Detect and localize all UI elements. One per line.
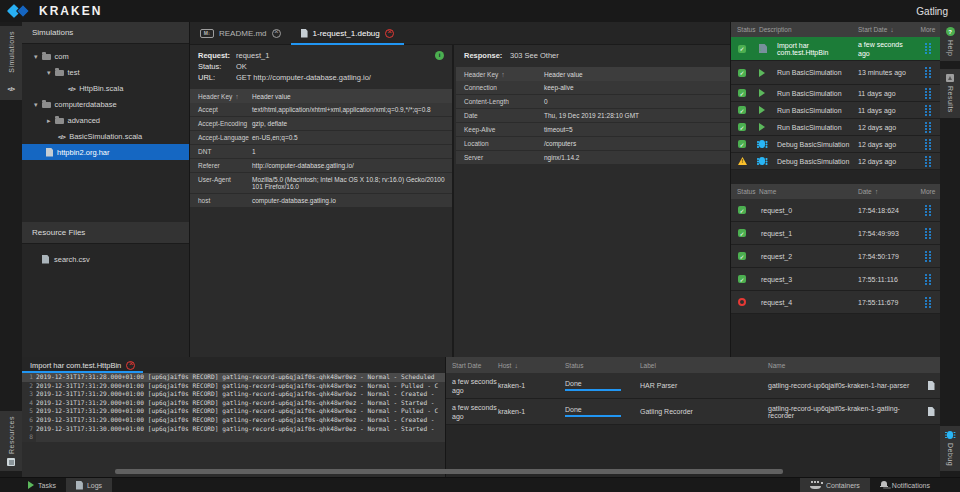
table-row[interactable]: User-AgentMozilla/5.0 (Macintosh; Intel … bbox=[190, 173, 452, 193]
description-column[interactable]: Description bbox=[759, 26, 858, 33]
table-row[interactable]: Servernginx/1.14.2 bbox=[456, 151, 730, 164]
more-menu-icon[interactable] bbox=[925, 105, 931, 116]
close-icon[interactable] bbox=[272, 29, 281, 38]
tree-item-computerdatabase[interactable]: computerdatabase bbox=[22, 96, 189, 112]
tree-item-test[interactable]: test bbox=[22, 64, 189, 80]
name-column[interactable]: Name bbox=[768, 362, 922, 369]
header-key-column[interactable]: Header Key bbox=[190, 93, 252, 100]
warning-status-icon bbox=[738, 157, 747, 165]
more-menu-icon[interactable] bbox=[925, 156, 931, 167]
tab-readme[interactable]: README.md bbox=[190, 22, 291, 44]
more-menu-icon[interactable] bbox=[925, 274, 931, 285]
statusbar-tab-tasks[interactable]: Tasks bbox=[18, 478, 66, 492]
tree-item-com[interactable]: com bbox=[22, 48, 189, 64]
rail-tab-simulations[interactable]: Simulations bbox=[0, 26, 22, 100]
table-row[interactable]: a few seconds ago kraken-1 Done Gatling … bbox=[446, 399, 940, 425]
table-row[interactable]: request_3 17:55:11:116 bbox=[731, 268, 940, 291]
table-row[interactable]: request_1 17:54:49:993 bbox=[731, 222, 940, 245]
more-menu-icon[interactable] bbox=[925, 122, 931, 133]
table-row[interactable]: Run BasicSimulation 11 days ago bbox=[731, 85, 940, 102]
success-status-icon bbox=[738, 89, 746, 97]
start-date-column[interactable]: Start Date bbox=[858, 25, 916, 34]
app-title: KRAKEN bbox=[39, 4, 102, 18]
header-key-column[interactable]: Header Key bbox=[456, 71, 544, 78]
start-date-column[interactable]: Start Date bbox=[446, 361, 498, 370]
table-row[interactable]: Run BasicSimulation 12 days ago bbox=[731, 119, 940, 136]
table-row[interactable]: Refererhttp://computer-database.gatling.… bbox=[190, 159, 452, 172]
tree-item-httpbin-scala[interactable]: HttpBin.scala bbox=[22, 80, 189, 96]
table-row[interactable]: Accept-Languageen-US,en;q=0.5 bbox=[190, 131, 452, 144]
table-row[interactable]: request_4 17:55:11:679 bbox=[731, 291, 940, 314]
table-row[interactable]: Content-Length0 bbox=[456, 95, 730, 108]
horizontal-scrollbar[interactable] bbox=[115, 469, 783, 474]
log-tab-import-har[interactable]: Import har com.test.HttpBin bbox=[22, 357, 143, 373]
table-row[interactable]: DNT1 bbox=[190, 145, 452, 158]
host-column[interactable]: Host bbox=[498, 362, 565, 369]
log-output[interactable]: 12019-12-31T17:31:28.000+01:00 [up6qjaif… bbox=[22, 373, 445, 442]
info-icon[interactable] bbox=[435, 51, 444, 60]
file-icon[interactable] bbox=[928, 381, 935, 390]
rail-tab-debug[interactable]: Debug bbox=[940, 426, 960, 471]
rail-tab-help-label: Help bbox=[947, 40, 954, 56]
table-row[interactable]: Accept-Encodinggzip, deflate bbox=[190, 117, 452, 130]
table-row[interactable]: Debug BasicSimulation 12 days ago bbox=[731, 136, 940, 153]
name-column[interactable]: Name bbox=[759, 188, 858, 195]
table-row[interactable]: Import har com.test.HttpBin a few second… bbox=[731, 37, 940, 61]
resource-item-search-csv[interactable]: search.csv bbox=[22, 250, 189, 268]
chevron-down-icon[interactable] bbox=[34, 100, 38, 109]
close-icon[interactable] bbox=[126, 361, 135, 370]
status-column[interactable]: Status bbox=[731, 188, 759, 195]
tree-item-httpbin2-har[interactable]: httpbin2.org.har bbox=[22, 144, 189, 160]
table-row[interactable]: Run BasicSimulation 13 minutes ago bbox=[731, 61, 940, 85]
requests-table: Status Name Date More request_0 17:54:18… bbox=[731, 184, 940, 314]
table-row[interactable]: request_0 17:54:18:624 bbox=[731, 199, 940, 222]
table-row[interactable]: Connectionkeep-alive bbox=[456, 81, 730, 94]
header-key: DNT bbox=[190, 148, 252, 155]
tree-item-advanced[interactable]: advanced bbox=[22, 112, 189, 128]
table-row[interactable]: Debug BasicSimulation 12 days ago bbox=[731, 153, 940, 170]
status-column[interactable]: Status bbox=[731, 26, 759, 33]
table-row[interactable]: Keep-Alivetimeout=5 bbox=[456, 123, 730, 136]
success-status-icon bbox=[738, 275, 746, 283]
statusbar-tab-notifications[interactable]: Notifications bbox=[870, 478, 940, 492]
more-menu-icon[interactable] bbox=[925, 43, 931, 54]
table-row[interactable]: Run BasicSimulation 11 days ago bbox=[731, 102, 940, 119]
more-menu-icon[interactable] bbox=[925, 67, 931, 78]
date-column[interactable]: Date bbox=[858, 187, 916, 196]
more-menu-icon[interactable] bbox=[925, 251, 931, 262]
more-menu-icon[interactable] bbox=[925, 228, 931, 239]
tree-item-basicsimulation-scala[interactable]: BasicSimulation.scala bbox=[22, 128, 189, 144]
table-row[interactable]: DateThu, 19 Dec 2019 21:28:10 GMT bbox=[456, 109, 730, 122]
tab-request-debug-label: 1-request_1.debug bbox=[313, 29, 380, 38]
more-menu-icon[interactable] bbox=[925, 139, 931, 150]
tab-request-debug[interactable]: 1-request_1.debug bbox=[291, 22, 404, 44]
header-value-column[interactable]: Header value bbox=[544, 71, 730, 78]
status-column[interactable]: Status bbox=[565, 362, 640, 369]
header-value: timeout=5 bbox=[544, 126, 730, 133]
sort-descending-icon bbox=[514, 362, 518, 369]
table-row[interactable]: Location/computers bbox=[456, 137, 730, 150]
table-row[interactable]: hostcomputer-database.gatling.io bbox=[190, 194, 452, 207]
statusbar-tab-logs[interactable]: Logs bbox=[66, 478, 112, 492]
file-icon[interactable] bbox=[928, 407, 935, 416]
chevron-down-icon[interactable] bbox=[34, 52, 38, 61]
close-icon[interactable] bbox=[385, 29, 394, 38]
request-label: Request: bbox=[198, 50, 236, 61]
table-row[interactable]: a few seconds ago kraken-1 Done HAR Pars… bbox=[446, 373, 940, 399]
table-row[interactable]: request_2 17:54:50:179 bbox=[731, 245, 940, 268]
rail-tab-results[interactable]: Results bbox=[940, 69, 960, 118]
tree-item-label: com bbox=[55, 52, 69, 61]
header-value-column[interactable]: Header value bbox=[252, 93, 452, 100]
table-row[interactable]: Accepttext/html,application/xhtml+xml,ap… bbox=[190, 103, 452, 116]
more-menu-icon[interactable] bbox=[925, 297, 931, 308]
rail-tab-resources[interactable]: Resources bbox=[0, 411, 22, 471]
more-menu-icon[interactable] bbox=[925, 205, 931, 216]
more-menu-icon[interactable] bbox=[925, 88, 931, 99]
success-status-icon bbox=[738, 45, 746, 53]
rail-tab-help[interactable]: Help bbox=[940, 22, 960, 61]
chevron-right-icon[interactable] bbox=[47, 116, 51, 125]
statusbar-tab-containers[interactable]: Containers bbox=[800, 478, 870, 492]
log-text: 2019-12-31T17:31:29.000+01:00 [up6qjaif0… bbox=[36, 382, 438, 391]
label-column[interactable]: Label bbox=[640, 362, 768, 369]
chevron-down-icon[interactable] bbox=[47, 68, 51, 77]
